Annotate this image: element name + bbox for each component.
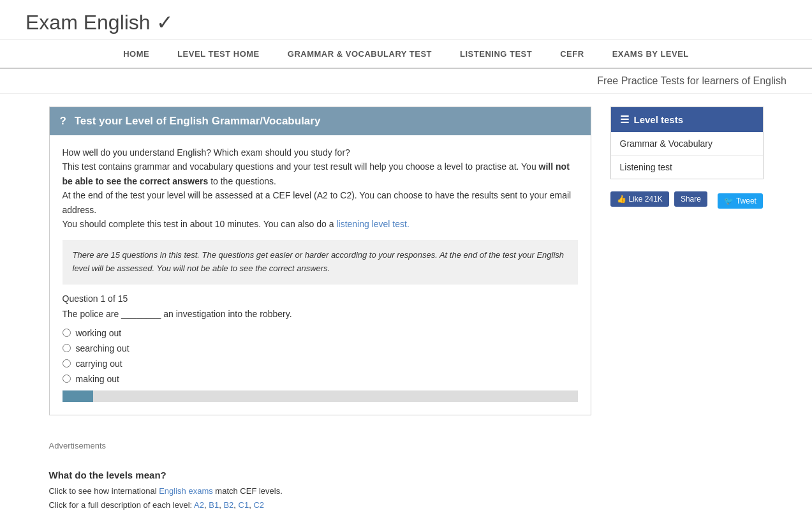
fb-share-button[interactable]: Share <box>674 191 707 207</box>
option-1[interactable]: working out <box>63 328 578 338</box>
progress-bar-area <box>63 390 578 402</box>
levels-line2: Click for a full description of each lev… <box>49 498 764 512</box>
tagline: Free Practice Tests for learners of Engl… <box>0 69 812 94</box>
notice-box: There are 15 questions in this test. The… <box>63 240 578 285</box>
nav-grammar-vocab[interactable]: GRAMMAR & VOCABULARY TEST <box>274 40 446 68</box>
question-box: ? Test your Level of English Grammar/Voc… <box>49 107 591 415</box>
option-3[interactable]: carrying out <box>63 359 578 369</box>
intro-text: How well do you understand English? Whic… <box>63 145 578 231</box>
social-buttons: 👍 Like 241K Share 🐦 Tweet <box>610 189 764 209</box>
nav-exams-by-level[interactable]: EXAMS BY LEVEL <box>598 40 703 68</box>
intro-line3: At the end of the test your level will b… <box>63 188 578 217</box>
option-2-label[interactable]: searching out <box>76 343 129 353</box>
level-b1-link[interactable]: B1 <box>209 500 219 510</box>
option-2-radio[interactable] <box>63 344 71 352</box>
main-content: ? Test your Level of English Grammar/Voc… <box>24 94 789 428</box>
fb-like-label: Like 241K <box>629 195 663 204</box>
option-2[interactable]: searching out <box>63 343 578 353</box>
intro-line4: You should complete this test in about 1… <box>63 217 578 231</box>
level-tests-box: ☰ Level tests Grammar & Vocabulary Liste… <box>610 107 764 179</box>
level-c2-link[interactable]: C2 <box>253 500 264 510</box>
sidebar: ☰ Level tests Grammar & Vocabulary Liste… <box>610 107 764 415</box>
options-list: working out searching out carrying out m… <box>63 328 578 384</box>
level-a2-link[interactable]: A2 <box>194 500 204 510</box>
sidebar-link-grammar[interactable]: Grammar & Vocabulary <box>611 132 763 156</box>
question-header-title: Test your Level of English Grammar/Vocab… <box>75 115 321 127</box>
question-text: The police are ________ an investigation… <box>63 309 578 319</box>
tweet-button[interactable]: 🐦 Tweet <box>718 193 763 209</box>
nav-listening[interactable]: LISTENING TEST <box>446 40 546 68</box>
option-3-label[interactable]: carrying out <box>76 359 122 369</box>
checkmark-icon: ✓ <box>156 11 173 34</box>
level-tests-title: Level tests <box>634 114 684 125</box>
nav-cefr[interactable]: CEFR <box>546 40 598 68</box>
intro-line1: How well do you understand English? Whic… <box>63 145 578 160</box>
listening-level-test-link[interactable]: listening level test. <box>336 219 409 229</box>
nav-level-test-home[interactable]: LEVEL TEST HOME <box>163 40 274 68</box>
option-1-label[interactable]: working out <box>76 328 122 338</box>
progress-bar <box>63 390 93 402</box>
english-exams-link[interactable]: English exams <box>159 486 213 496</box>
site-title: Exam English ✓ <box>26 11 173 34</box>
tweet-label: Tweet <box>736 197 757 205</box>
levels-line1: Click to see how international English e… <box>49 484 764 498</box>
option-4-label[interactable]: making out <box>76 374 119 384</box>
nav-home[interactable]: HOME <box>109 40 163 68</box>
option-4[interactable]: making out <box>63 374 578 384</box>
fb-like-button[interactable]: 👍 Like 241K <box>610 191 669 207</box>
menu-icon: ☰ <box>620 114 629 126</box>
question-header: ? Test your Level of English Grammar/Voc… <box>50 107 591 135</box>
question-icon: ? <box>60 115 66 127</box>
question-body: How well do you understand English? Whic… <box>50 135 591 415</box>
question-counter: Question 1 of 15 <box>63 293 578 304</box>
twitter-icon: 🐦 <box>724 197 734 205</box>
level-tests-header: ☰ Level tests <box>611 107 763 132</box>
option-1-radio[interactable] <box>63 329 71 337</box>
fb-icon: 👍 <box>617 195 626 204</box>
site-title-text: Exam English <box>26 11 151 34</box>
main-nav: HOME LEVEL TEST HOME GRAMMAR & VOCABULAR… <box>0 40 812 69</box>
sidebar-link-listening[interactable]: Listening test <box>611 156 763 179</box>
levels-heading: What do the levels mean? <box>49 470 764 480</box>
levels-section: What do the levels mean? Click to see ho… <box>49 470 764 512</box>
footer-area: Advertisements What do the levels mean? … <box>24 428 789 520</box>
option-4-radio[interactable] <box>63 375 71 383</box>
option-3-radio[interactable] <box>63 359 71 368</box>
ads-label: Advertisements <box>49 441 764 450</box>
intro-line2: This test contains grammar and vocabular… <box>63 160 578 188</box>
header: Exam English ✓ <box>0 0 812 40</box>
level-b2-link[interactable]: B2 <box>223 500 233 510</box>
content-area: ? Test your Level of English Grammar/Voc… <box>49 107 591 415</box>
level-c1-link[interactable]: C1 <box>239 500 249 510</box>
